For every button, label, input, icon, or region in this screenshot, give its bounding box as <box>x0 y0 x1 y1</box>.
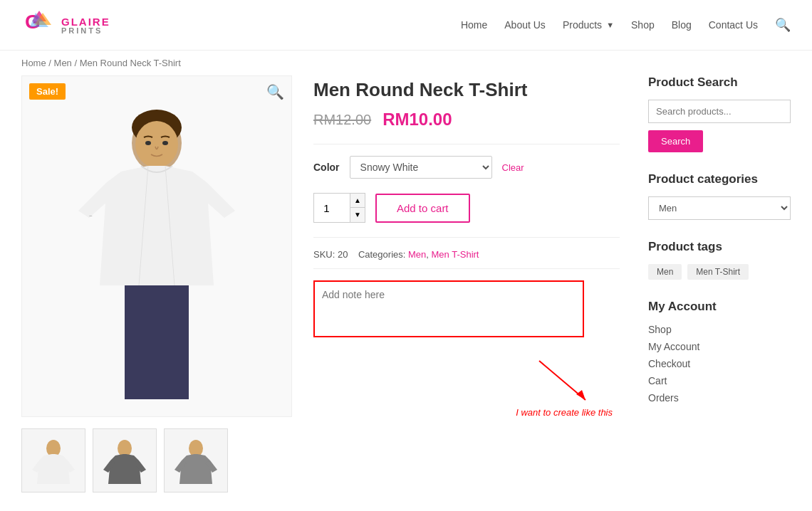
account-link-4[interactable]: Orders <box>648 392 791 404</box>
categories-title: Product categories <box>648 172 791 186</box>
logo-icon: G <box>21 7 57 43</box>
breadcrumb-men[interactable]: Men <box>54 58 72 68</box>
color-row: Color Snowy White Clear <box>313 156 620 179</box>
tag-0[interactable]: Men <box>648 264 682 280</box>
svg-text:~: ~ <box>89 213 93 219</box>
svg-rect-8 <box>125 285 189 399</box>
thumbnail-image-1 <box>28 436 78 485</box>
sidebar-account-section: My Account ShopMy AccountCheckoutCartOrd… <box>648 300 791 404</box>
search-title: Product Search <box>648 75 791 90</box>
category-men-link[interactable]: Men <box>408 249 426 260</box>
svg-point-10 <box>145 141 151 145</box>
account-link-0[interactable]: Shop <box>648 324 791 335</box>
nav-home[interactable]: Home <box>461 19 487 31</box>
tags-title: Product tags <box>648 240 791 254</box>
clear-button[interactable]: Clear <box>502 162 524 173</box>
nav-shop[interactable]: Shop <box>631 19 655 31</box>
category-select[interactable]: Men <box>648 196 791 220</box>
logo[interactable]: G GLAIREPRINTS <box>21 7 110 43</box>
sku-label: SKU: <box>313 249 335 260</box>
categories-label: Categories: <box>358 249 405 260</box>
sku-value: 20 <box>338 249 348 260</box>
price-section: RM12.00 RM10.00 <box>313 110 620 130</box>
qty-increase[interactable]: ▲ <box>350 194 365 208</box>
sidebar: Product Search Search Product categories… <box>648 75 791 492</box>
sidebar-search-section: Product Search Search <box>648 75 791 152</box>
search-input[interactable] <box>648 100 791 123</box>
nav-blog[interactable]: Blog <box>672 19 692 31</box>
svg-marker-16 <box>576 390 585 400</box>
sidebar-tags-section: Product tags MenMen T-Shirt <box>648 240 791 280</box>
product-image: ~ <box>57 86 256 406</box>
svg-point-11 <box>162 141 168 145</box>
search-icon[interactable]: 🔍 <box>775 17 791 33</box>
cart-row: ▲ ▼ Add to cart <box>313 193 620 223</box>
quantity-input[interactable] <box>314 194 350 222</box>
quantity-wrapper: ▲ ▼ <box>313 193 365 223</box>
account-link-1[interactable]: My Account <box>648 341 791 352</box>
thumbnail-3[interactable] <box>164 428 228 492</box>
color-select[interactable]: Snowy White <box>350 156 492 179</box>
account-link-2[interactable]: Checkout <box>648 358 791 369</box>
sidebar-categories-section: Product categories Men <box>648 172 791 220</box>
tags-container: MenMen T-Shirt <box>648 264 791 280</box>
logo-text: GLAIREPRINTS <box>61 16 110 35</box>
new-price: RM10.00 <box>382 110 452 130</box>
thumbnail-2[interactable] <box>93 428 157 492</box>
svg-point-6 <box>135 121 178 168</box>
meta-section: SKU: 20 Categories: Men, Men T-Shirt <box>313 249 620 269</box>
nav-products-chevron: ▼ <box>606 21 614 29</box>
add-to-cart-button[interactable]: Add to cart <box>375 194 470 223</box>
site-header: G GLAIREPRINTS Home About Us Products ▼ … <box>0 0 812 51</box>
note-textarea[interactable] <box>313 280 584 337</box>
note-annotation-wrapper: I want to create like this <box>313 280 584 354</box>
qty-decrease[interactable]: ▼ <box>350 208 365 222</box>
breadcrumb: Home / Men / Men Round Neck T-Shirt <box>0 51 812 75</box>
thumbnails <box>21 428 292 492</box>
nav-products[interactable]: Products <box>563 19 602 31</box>
annotation-text: I want to create like this <box>516 407 613 418</box>
tag-1[interactable]: Men T-Shirt <box>687 264 749 280</box>
sale-badge: Sale! <box>29 83 66 100</box>
thumbnail-1[interactable] <box>21 428 85 492</box>
cart-divider <box>313 237 620 238</box>
main-container: Sale! 🔍 <box>0 75 812 511</box>
category-men-tshirt-link[interactable]: Men T-Shirt <box>432 249 479 260</box>
product-details: Men Round Neck T-Shirt RM12.00 RM10.00 C… <box>313 75 620 492</box>
main-nav: Home About Us Products ▼ Shop Blog Conta… <box>461 17 791 33</box>
annotation-arrow <box>532 357 596 407</box>
product-images: Sale! 🔍 <box>21 75 292 492</box>
price-divider <box>313 144 620 144</box>
quantity-spinners: ▲ ▼ <box>350 194 365 222</box>
product-section: Sale! 🔍 <box>21 75 620 492</box>
account-links: ShopMy AccountCheckoutCartOrders <box>648 324 791 404</box>
thumbnail-image-2 <box>100 436 150 485</box>
color-label: Color <box>313 162 340 173</box>
product-title: Men Round Neck T-Shirt <box>313 79 620 101</box>
account-title: My Account <box>648 300 791 314</box>
zoom-icon[interactable]: 🔍 <box>266 83 284 100</box>
main-image-wrapper: Sale! 🔍 <box>21 75 292 417</box>
nav-contact[interactable]: Contact Us <box>709 19 758 31</box>
annotation: I want to create like this <box>516 357 613 418</box>
account-link-3[interactable]: Cart <box>648 375 791 386</box>
search-button[interactable]: Search <box>648 130 703 152</box>
thumbnail-image-3 <box>171 436 221 485</box>
breadcrumb-current: Men Round Neck T-Shirt <box>80 58 181 68</box>
old-price: RM12.00 <box>313 112 371 128</box>
nav-about[interactable]: About Us <box>504 19 546 31</box>
breadcrumb-home[interactable]: Home <box>21 58 46 68</box>
